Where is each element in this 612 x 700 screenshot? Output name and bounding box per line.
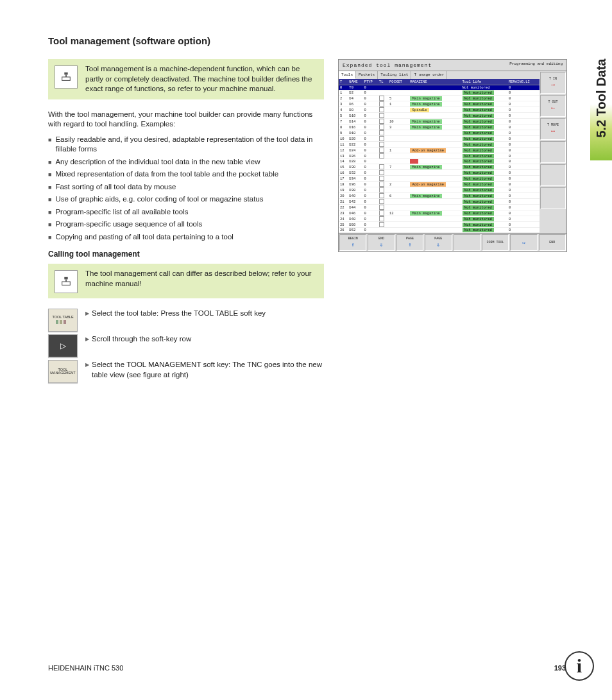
ss-row[interactable]: 14D280 Not monitored 0 — [339, 159, 540, 164]
machine-icon — [55, 65, 78, 89]
bullet-7: Copying and pasting of all tool data per… — [55, 232, 233, 243]
note-box-2: The tool management call can differ as d… — [48, 264, 324, 298]
ss-side-btn[interactable]: T MOVE↔ — [540, 118, 566, 140]
ss-title: Expanded tool management — [343, 62, 432, 68]
ss-row[interactable]: 16D320 Not monitored 0 — [339, 170, 540, 176]
side-tab-label: 5.2 Tool Data — [594, 58, 609, 137]
ss-row[interactable]: 21D420 Not monitored 0 — [339, 199, 540, 205]
ss-row[interactable]: 25D500 Not monitored 0 — [339, 222, 540, 228]
svg-rect-4 — [65, 280, 67, 282]
ss-tab-0[interactable]: Tools — [339, 71, 356, 79]
intro-para: With the tool management, your machine t… — [48, 110, 324, 130]
svg-rect-0 — [64, 73, 67, 75]
ss-row[interactable]: 0T00Not monitored0 — [339, 85, 540, 90]
step-3: Select the TOOL MANAGEMENT soft key: The… — [85, 360, 324, 383]
info-icon: i — [565, 651, 594, 681]
ss-col-header: POCKET — [388, 79, 409, 85]
note-text-1: Tool management is a machine-dependent f… — [85, 64, 318, 94]
svg-rect-8 — [64, 320, 66, 324]
ss-row[interactable]: 19D380 Not monitored 0 — [339, 187, 540, 193]
bullet-6: Program-specific usage sequence of all t… — [55, 219, 202, 230]
side-tab: 5.2 Tool Data — [590, 35, 612, 160]
ss-row[interactable]: 22D440 Not monitored 0 — [339, 205, 540, 210]
ss-col-header: MAGAZINE — [409, 79, 461, 85]
ss-softkey — [454, 234, 480, 251]
ss-tabs: Tools Pockets Tooling list T usage order — [339, 71, 540, 79]
ss-softkeys: BEGIN⇑END⇓PAGE⇑PAGE⇓FORM TOOL⇨END — [339, 233, 566, 252]
ss-col-header: T — [339, 79, 348, 85]
ss-row[interactable]: 10D200 Not monitored 0 — [339, 136, 540, 142]
svg-rect-5 — [62, 282, 71, 285]
ss-tab-2[interactable]: Tooling list — [378, 71, 411, 79]
bullet-3: Fast sorting of all tool data by mouse — [55, 182, 176, 192]
bullet-0: Easily readable and, if you desired, ada… — [55, 135, 324, 155]
ss-softkey[interactable]: END — [539, 234, 566, 251]
ss-side-btn — [540, 187, 566, 209]
svg-rect-3 — [64, 277, 67, 280]
ss-row[interactable]: 5D100 Not monitored 0 — [339, 113, 540, 119]
page-heading: Tool management (software option) — [48, 35, 566, 46]
note-box-1: Tool management is a machine-dependent f… — [48, 59, 324, 99]
screenshot-figure: Expanded tool management Programming and… — [338, 59, 567, 252]
svg-rect-1 — [65, 74, 67, 77]
ss-row[interactable]: 26D520 Not monitored 0 — [339, 228, 540, 233]
ss-col-header: Tool life — [461, 79, 507, 85]
ss-side-btn[interactable]: T OUT← — [540, 95, 566, 117]
ss-tab-3[interactable]: T usage order — [411, 71, 447, 79]
bullet-2: Mixed representation of data from the to… — [55, 169, 278, 180]
note-text-2: The tool management call can differ as d… — [85, 269, 318, 293]
ss-row[interactable]: 3D601 Main magazine Not monitored 0 — [339, 101, 540, 107]
tool-icons — [55, 320, 71, 325]
ss-row[interactable]: 7D14010 Main magazine Not monitored 0 — [339, 119, 540, 124]
step-1: Select the tool table: Press the TOOL TA… — [85, 309, 266, 332]
bullet-5: Program-specific list of all available t… — [55, 207, 188, 218]
ss-side-btn — [540, 164, 566, 186]
ss-row[interactable]: 12D2401 Add-on magazine Not monitored 0 — [339, 148, 540, 153]
ss-softkey[interactable]: PAGE⇑ — [396, 234, 423, 251]
ss-row[interactable]: 24D480 Not monitored 0 — [339, 216, 540, 222]
ss-row[interactable]: 20D4006 Main magazine Not monitored 0 — [339, 193, 540, 199]
softkey-label: TOOL MANAGEMENT — [50, 368, 76, 375]
ss-row[interactable]: 17D340 Not monitored 0 — [339, 176, 540, 182]
ss-table: TNAMEPTYPTLPOCKETMAGAZINETool lifeREMAIN… — [339, 79, 540, 233]
svg-rect-2 — [62, 77, 71, 80]
ss-softkey[interactable]: FORM TOOL — [482, 234, 509, 251]
ss-side-btn — [540, 141, 566, 163]
ss-softkey[interactable]: ⇨ — [510, 234, 537, 251]
ss-row[interactable]: 11D220 Not monitored 0 — [339, 142, 540, 148]
svg-rect-6 — [56, 320, 58, 324]
ss-row[interactable]: 18D3602 Add-on magazine Not monitored 0 — [339, 182, 540, 187]
ss-softkey[interactable]: BEGIN⇑ — [339, 234, 366, 251]
ss-col-header: NAME — [348, 79, 362, 85]
arrow-right-icon: ▷ — [60, 342, 66, 350]
bullet-1: Any description of the individual tool d… — [55, 157, 260, 167]
step-2: Scroll through the soft-key row — [85, 334, 191, 357]
ss-col-header: REMAING.LI — [507, 79, 540, 85]
ss-row[interactable]: 4D80 Spindle Not monitored 0 — [339, 107, 540, 113]
footer-product: HEIDENHAIN iTNC 530 — [48, 664, 123, 672]
machine-icon — [55, 270, 78, 293]
ss-row[interactable]: 23D46012 Main magazine Not monitored 0 — [339, 210, 540, 216]
ss-row[interactable]: 13D260 Not monitored 0 — [339, 153, 540, 159]
ss-row[interactable]: 8D1603 Main magazine Not monitored 0 — [339, 124, 540, 130]
feature-list: Easily readable and, if you desired, ada… — [48, 135, 324, 243]
sub-heading: Calling tool management — [48, 250, 324, 259]
bullet-4: Use of graphic aids, e.g. color coding o… — [55, 194, 263, 205]
ss-softkey[interactable]: PAGE⇓ — [425, 234, 452, 251]
ss-row[interactable]: 1D20 Not monitored 0 — [339, 90, 540, 96]
ss-mode: Programming and editing — [509, 62, 563, 68]
ss-row[interactable]: 9D180 Not monitored 0 — [339, 130, 540, 136]
ss-sidebar: T IN→T OUT←T MOVE↔ — [540, 71, 566, 233]
softkey-tool-table[interactable]: TOOL TABLE — [48, 309, 78, 332]
ss-row[interactable]: 2D405 Main magazine Not monitored 0 — [339, 96, 540, 101]
ss-col-header: TL — [378, 79, 388, 85]
svg-rect-7 — [60, 320, 62, 324]
ss-col-header: PTYP — [363, 79, 378, 85]
key-scroll-right[interactable]: ▷ — [48, 334, 78, 357]
ss-softkey[interactable]: END⇓ — [368, 234, 395, 251]
ss-side-btn[interactable]: T IN→ — [540, 72, 566, 94]
ss-row[interactable]: 15D3007 Main magazine Not monitored 0 — [339, 164, 540, 170]
softkey-tool-management[interactable]: TOOL MANAGEMENT — [48, 360, 78, 383]
ss-tab-1[interactable]: Pockets — [356, 71, 378, 79]
